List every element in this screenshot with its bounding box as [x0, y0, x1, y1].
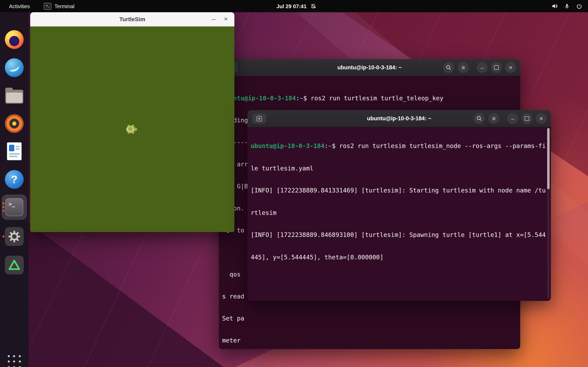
- foreground-terminal-window[interactable]: ubuntu@ip-10-0-3-184: ~ ≡ – × ubuntu@ip-…: [247, 110, 551, 301]
- libreoffice-writer-icon: [7, 142, 22, 160]
- minimize-button[interactable]: –: [212, 12, 216, 26]
- volume-icon: [551, 3, 558, 9]
- dock-item-terminal[interactable]: >_: [3, 196, 26, 218]
- terminal-prompt-line: ubuntu@ip-10-0-3-184:~$ ros2 run turtles…: [251, 142, 551, 150]
- window-title: ubuntu@ip-10-0-3-184: ~: [219, 59, 520, 76]
- prompt-symbol: $: [303, 95, 307, 102]
- system-status-area[interactable]: [551, 3, 582, 9]
- dock: ? >_: [0, 12, 29, 367]
- prompt-symbol: $: [332, 142, 336, 150]
- clock: Jul 29 07:41: [277, 3, 306, 9]
- clock-menu[interactable]: Jul 29 07:41: [277, 3, 316, 9]
- prompt-user: ubuntu@ip-10-0-3-184: [251, 142, 324, 150]
- prompt-path: ~: [328, 142, 332, 150]
- menu-button[interactable]: ≡: [458, 62, 469, 73]
- files-icon: [5, 90, 23, 104]
- thunderbird-icon: [5, 58, 24, 77]
- search-button[interactable]: [443, 62, 454, 73]
- turtlesim-title: TurtleSim: [30, 12, 234, 26]
- top-bar: Activities >_ Terminal Jul 29 07:41: [0, 0, 588, 12]
- menu-button[interactable]: ≡: [488, 113, 499, 124]
- close-button[interactable]: ×: [224, 12, 228, 26]
- notification-dot: [2, 235, 4, 238]
- dock-item-rhythmbox[interactable]: [3, 112, 26, 135]
- trash-recycle-icon: [5, 256, 24, 275]
- maximize-button[interactable]: [491, 62, 502, 73]
- microphone-icon: [564, 3, 570, 9]
- maximize-icon: [494, 65, 499, 70]
- settings-gear-icon: [5, 227, 24, 246]
- notifications-muted-icon: [310, 3, 316, 9]
- window-title: ubuntu@ip-10-0-3-184: ~: [247, 110, 551, 127]
- firefox-icon: [5, 30, 24, 49]
- focused-app-indicator[interactable]: >_ Terminal: [44, 3, 75, 9]
- terminal-titlebar[interactable]: ubuntu@ip-10-0-3-184: ~ ≡ – ×: [247, 110, 551, 127]
- search-button[interactable]: [474, 113, 485, 124]
- prompt-separator: :: [324, 142, 328, 150]
- terminal-titlebar[interactable]: ubuntu@ip-10-0-3-184: ~ ≡ – ×: [219, 59, 520, 76]
- turtlesim-titlebar[interactable]: TurtleSim – ×: [30, 12, 234, 26]
- terminal-prompt-line: ubuntu@ip-10-0-3-184:~$ ros2 run turtles…: [222, 95, 520, 102]
- terminal-icon: >_: [44, 3, 52, 9]
- maximize-icon: [525, 116, 529, 121]
- dock-item-files[interactable]: [3, 84, 26, 107]
- rhythmbox-icon: [5, 114, 24, 133]
- turtlesim-window[interactable]: TurtleSim – ×: [30, 12, 234, 232]
- maximize-button[interactable]: [521, 113, 532, 124]
- search-icon: [476, 115, 482, 122]
- prompt-separator: :: [296, 95, 300, 102]
- show-applications-button[interactable]: [7, 355, 21, 367]
- dock-item-settings[interactable]: [3, 225, 26, 248]
- command-text: ros2 run turtlesim turtle_teleop_key: [307, 95, 443, 102]
- terminal-output-line: [INFO] [1722238889.841331469] [turtlesim…: [251, 187, 551, 194]
- dock-item-trash[interactable]: [3, 254, 26, 276]
- close-button[interactable]: ×: [505, 62, 516, 73]
- activities-button[interactable]: Activities: [6, 3, 33, 9]
- terminal-output-line: 445], y=[5.544445], theta=[0.000000]: [251, 253, 551, 261]
- turtle-sprite: [124, 122, 138, 136]
- power-icon: [576, 3, 582, 9]
- scrollbar-thumb[interactable]: [547, 128, 550, 189]
- prompt-path: ~: [300, 95, 303, 102]
- help-icon: ?: [5, 170, 24, 189]
- dock-item-firefox[interactable]: [3, 28, 26, 51]
- terminal-output-line: Set pa: [222, 315, 320, 322]
- terminal-output-line: [INFO] [1722238889.846893100] [turtlesim…: [251, 231, 551, 239]
- desktop: ubuntu@ip-10-0-3-184: ~ ≡ – × ubuntu@ip-…: [0, 0, 588, 367]
- terminal-output-line: rtlesim: [251, 209, 551, 217]
- minimize-button[interactable]: –: [476, 62, 488, 73]
- running-indicator: [2, 202, 4, 212]
- terminal-output[interactable]: ubuntu@ip-10-0-3-184:~$ ros2 run turtles…: [247, 127, 551, 301]
- terminal-output-line: meter: [222, 337, 320, 344]
- dock-item-thunderbird[interactable]: [3, 56, 26, 79]
- focused-app-label: Terminal: [54, 3, 75, 9]
- terminal-app-icon: >_: [5, 198, 23, 216]
- turtlesim-canvas: [30, 26, 234, 232]
- command-text: ros2 run turtlesim turtlesim_node --ros-…: [336, 142, 546, 150]
- dock-item-help[interactable]: ?: [3, 168, 26, 191]
- search-icon: [445, 64, 452, 71]
- dock-item-libreoffice-writer[interactable]: [3, 140, 26, 163]
- terminal-output-line: le turtlesim.yaml: [251, 165, 551, 172]
- minimize-button[interactable]: –: [507, 113, 518, 124]
- close-button[interactable]: ×: [536, 113, 547, 124]
